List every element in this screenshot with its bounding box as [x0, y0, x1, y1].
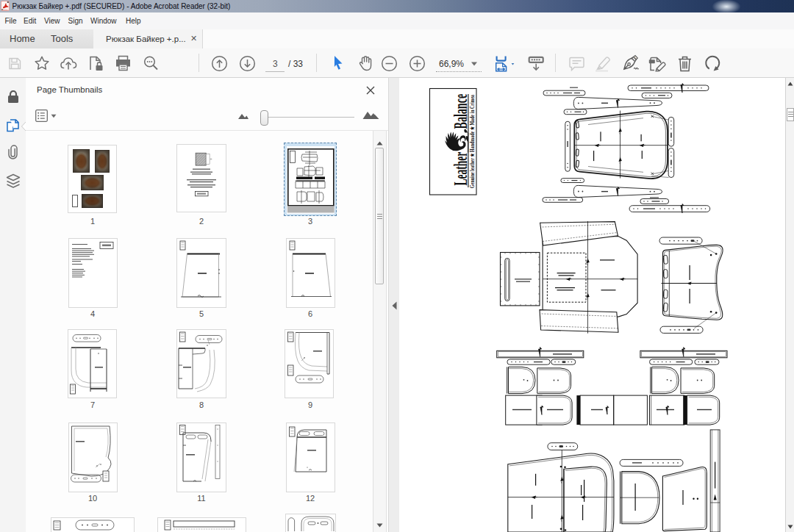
svg-text:Leather: Leather — [451, 152, 471, 186]
svg-text:Genuine leather ★ Handmade ★ M: Genuine leather ★ Handmade ★ Made in Cri… — [469, 95, 476, 188]
svg-text:Balance: Balance — [451, 94, 471, 129]
